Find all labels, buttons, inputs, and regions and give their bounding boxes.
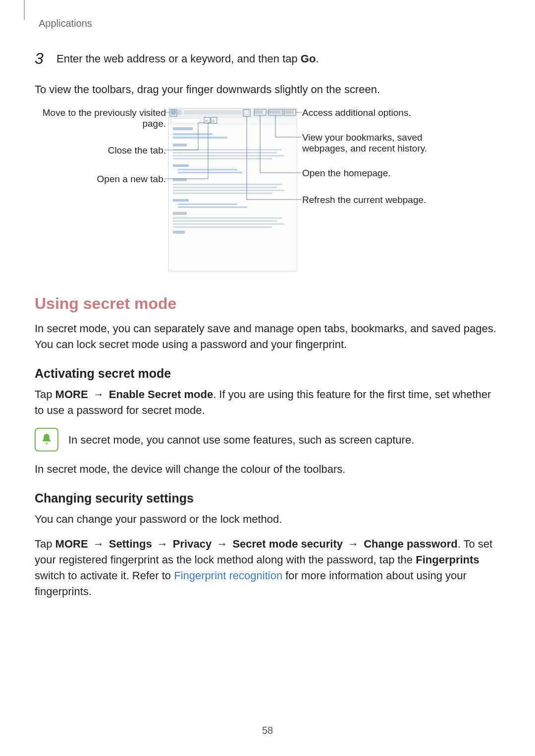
txt: Tap bbox=[35, 388, 55, 401]
callout-prev-page: Move to the previously visited page. bbox=[35, 107, 166, 129]
close-tab-icon bbox=[205, 119, 208, 123]
b-settings: Settings bbox=[109, 538, 152, 550]
browser-diagram: Move to the previously visited page. Clo… bbox=[35, 106, 500, 280]
link-fingerprint-recognition[interactable]: Fingerprint recognition bbox=[174, 569, 282, 582]
home-icon bbox=[254, 110, 263, 114]
page-content: 3 Enter the web address or a keyword, an… bbox=[35, 50, 500, 608]
arrow-icon: → bbox=[88, 388, 109, 401]
active-tab bbox=[171, 118, 201, 123]
step-text-bold: Go bbox=[301, 52, 316, 65]
breadcrumb: Applications bbox=[39, 18, 92, 29]
nav-forward-icon bbox=[177, 110, 182, 115]
page-tab-marker bbox=[24, 0, 25, 20]
security-p1: You can change your password or the lock… bbox=[35, 511, 500, 527]
more-icon bbox=[284, 110, 294, 114]
callout-close-tab: Close the tab. bbox=[35, 145, 166, 156]
step-number: 3 bbox=[35, 50, 46, 68]
note-box: In secret mode, you cannot use some feat… bbox=[35, 428, 500, 452]
heading-secret-mode: Using secret mode bbox=[35, 295, 500, 313]
nav-back-icon bbox=[171, 110, 176, 115]
address-bar bbox=[184, 110, 242, 114]
new-tab-icon bbox=[212, 119, 215, 123]
arrow-icon: → bbox=[152, 538, 173, 550]
txt-more: MORE bbox=[55, 388, 88, 401]
txt-enable: Enable Secret mode bbox=[109, 388, 213, 401]
toolbar-paragraph: To view the toolbars, drag your finger d… bbox=[35, 82, 500, 98]
t3: switch to activate it. Refer to bbox=[35, 569, 174, 582]
callout-new-tab: Open a new tab. bbox=[35, 174, 166, 185]
callout-homepage: Open the homepage. bbox=[302, 168, 451, 179]
heading-security: Changing security settings bbox=[35, 491, 500, 505]
callout-bookmarks: View your bookmarks, saved webpages, and… bbox=[302, 132, 451, 154]
callout-more-options: Access additional options. bbox=[302, 107, 451, 118]
note-text: In secret mode, you cannot use some feat… bbox=[68, 432, 414, 448]
t1: Tap bbox=[35, 538, 55, 550]
browser-toolbar bbox=[169, 108, 297, 117]
note-bell-icon bbox=[35, 428, 58, 452]
bookmarks-icon bbox=[267, 110, 281, 114]
activating-p1: Tap MORE → Enable Secret mode. If you ar… bbox=[35, 387, 500, 418]
step-text-before: Enter the web address or a keyword, and … bbox=[56, 52, 301, 65]
browser-screenshot bbox=[168, 108, 297, 271]
b-fingerprints: Fingerprints bbox=[416, 554, 479, 566]
b-change-pw: Change password bbox=[364, 538, 457, 550]
callout-refresh: Refresh the current webpage. bbox=[302, 195, 451, 205]
refresh-icon bbox=[244, 110, 249, 115]
heading-activating: Activating secret mode bbox=[35, 366, 500, 381]
arrow-icon: → bbox=[88, 538, 109, 550]
browser-content bbox=[169, 124, 297, 239]
browser-tabbar bbox=[169, 117, 297, 124]
arrow-icon: → bbox=[343, 538, 364, 550]
step-3: 3 Enter the web address or a keyword, an… bbox=[35, 50, 500, 68]
b-privacy: Privacy bbox=[173, 538, 212, 550]
step-text: Enter the web address or a keyword, and … bbox=[56, 52, 319, 65]
page-number: 58 bbox=[0, 725, 535, 736]
arrow-icon: → bbox=[212, 538, 232, 550]
b-more: MORE bbox=[55, 538, 88, 550]
step-text-after: . bbox=[316, 52, 319, 65]
b-secret-security: Secret mode security bbox=[232, 538, 343, 550]
activating-p2: In secret mode, the device will change t… bbox=[35, 461, 500, 477]
secret-mode-intro: In secret mode, you can separately save … bbox=[35, 321, 500, 353]
security-p2: Tap MORE → Settings → Privacy → Secret m… bbox=[35, 536, 500, 600]
